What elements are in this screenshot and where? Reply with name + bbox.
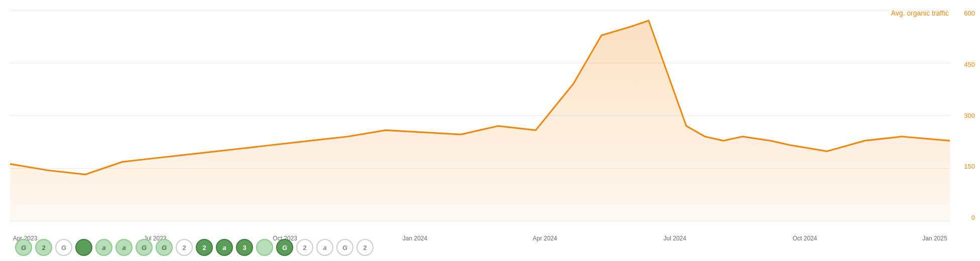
marker-1[interactable]: G <box>15 239 32 256</box>
marker-3[interactable]: G <box>55 239 72 256</box>
grid-line-0 <box>10 221 950 221</box>
chart-svg <box>10 10 950 221</box>
y-label-450: 450 <box>964 61 975 68</box>
chart-area <box>10 21 950 221</box>
marker-15[interactable]: 2 <box>296 239 313 256</box>
marker-18[interactable]: 2 <box>356 239 374 256</box>
marker-6[interactable]: a <box>115 239 133 256</box>
marker-10[interactable]: 2 <box>196 239 213 256</box>
marker-17[interactable]: G <box>336 239 353 256</box>
marker-5[interactable]: a <box>95 239 112 256</box>
y-label-150: 150 <box>964 163 975 170</box>
y-label-600: 600 <box>964 10 975 17</box>
markers-row: G 2 G a a G G 2 2 a 3 G 2 a G 2 <box>10 239 950 256</box>
marker-8[interactable]: G <box>156 239 173 256</box>
marker-12[interactable]: 3 <box>236 239 253 256</box>
marker-9[interactable]: 2 <box>176 239 193 256</box>
marker-14[interactable]: G <box>276 239 293 256</box>
marker-2[interactable]: 2 <box>35 239 52 256</box>
marker-7[interactable]: G <box>136 239 153 256</box>
y-axis: 600 450 300 150 0 <box>964 10 975 221</box>
chart-container: Avg. organic traffic 600 450 300 150 0 A… <box>0 0 980 261</box>
marker-13[interactable] <box>256 239 273 256</box>
marker-4[interactable] <box>75 239 92 256</box>
y-label-300: 300 <box>964 112 975 119</box>
marker-11[interactable]: a <box>216 239 233 256</box>
marker-16[interactable]: a <box>316 239 333 256</box>
y-label-0: 0 <box>971 214 975 221</box>
